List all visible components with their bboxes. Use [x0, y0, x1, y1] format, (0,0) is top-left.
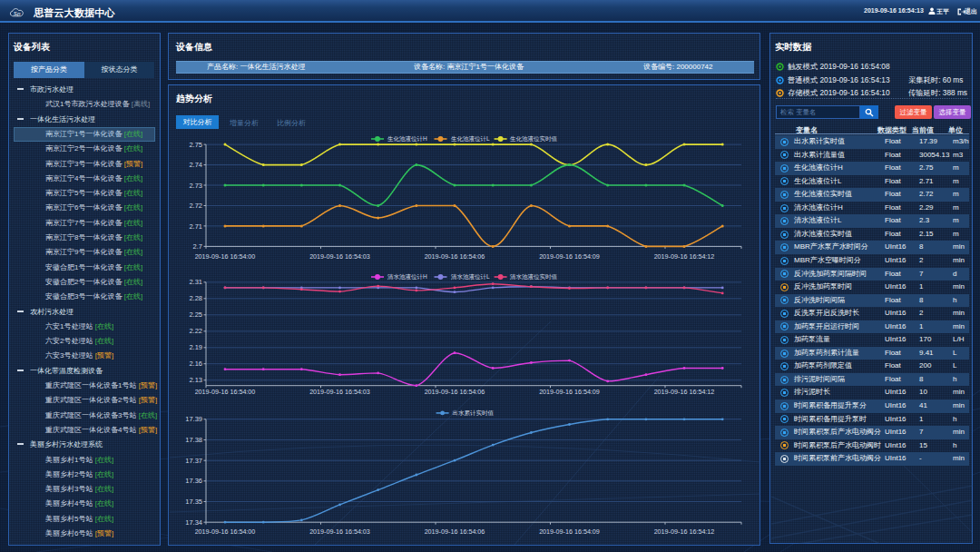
svg-text:2019-09-16 16:54:03: 2019-09-16 16:54:03	[309, 388, 370, 396]
svg-text:2.71: 2.71	[189, 222, 202, 231]
svg-text:2019-09-16 16:54:12: 2019-09-16 16:54:12	[654, 388, 715, 396]
svg-text:生化池液位计H: 生化池液位计H	[387, 135, 427, 143]
svg-text:清水池液位计L: 清水池液位计L	[451, 273, 490, 281]
svg-text:出水累计实时值: 出水累计实时值	[452, 409, 494, 416]
svg-text:2.19: 2.19	[189, 343, 202, 351]
svg-text:2.73: 2.73	[189, 182, 202, 190]
svg-text:2.7: 2.7	[193, 242, 202, 251]
svg-text:17.34: 17.34	[185, 518, 202, 527]
svg-text:2.72: 2.72	[189, 202, 202, 210]
svg-text:生化池液位计L: 生化池液位计L	[451, 135, 490, 143]
svg-text:2019-09-16 16:54:00: 2019-09-16 16:54:00	[195, 388, 256, 396]
svg-text:2.25: 2.25	[189, 310, 202, 319]
svg-text:2.22: 2.22	[189, 327, 202, 335]
svg-text:2.31: 2.31	[189, 278, 202, 286]
svg-text:2019-09-16 16:54:06: 2019-09-16 16:54:06	[425, 252, 485, 261]
svg-text:17.39: 17.39	[185, 415, 202, 423]
svg-text:2019-09-16 16:54:03: 2019-09-16 16:54:03	[309, 252, 370, 261]
svg-text:17.38: 17.38	[185, 436, 202, 444]
svg-text:清水池液位计H: 清水池液位计H	[387, 273, 427, 281]
svg-text:2019-09-16 16:54:00: 2019-09-16 16:54:00	[195, 252, 256, 261]
svg-text:生化池液位实时值: 生化池液位实时值	[510, 135, 558, 143]
svg-text:2.28: 2.28	[189, 294, 202, 302]
svg-text:17.37: 17.37	[185, 457, 202, 465]
svg-text:17.36: 17.36	[185, 477, 202, 485]
svg-text:2019-09-16 16:54:12: 2019-09-16 16:54:12	[654, 252, 715, 261]
svg-text:2.13: 2.13	[189, 376, 202, 384]
svg-text:2019-09-16 16:54:06: 2019-09-16 16:54:06	[425, 388, 485, 396]
svg-text:清水池液位实时值: 清水池液位实时值	[510, 273, 558, 281]
svg-text:Sp: Sp	[14, 9, 21, 15]
svg-text:2019-09-16 16:54:12: 2019-09-16 16:54:12	[654, 527, 715, 536]
svg-text:2019-09-16 16:54:09: 2019-09-16 16:54:09	[539, 388, 600, 396]
svg-text:2.75: 2.75	[189, 141, 202, 149]
svg-text:2.16: 2.16	[189, 360, 202, 368]
svg-text:2019-09-16 16:54:03: 2019-09-16 16:54:03	[309, 527, 370, 536]
svg-text:2019-09-16 16:54:00: 2019-09-16 16:54:00	[195, 527, 256, 536]
svg-text:17.35: 17.35	[185, 498, 202, 506]
svg-text:2.74: 2.74	[189, 161, 202, 169]
svg-text:2019-09-16 16:54:09: 2019-09-16 16:54:09	[539, 527, 600, 536]
svg-text:2019-09-16 16:54:09: 2019-09-16 16:54:09	[539, 252, 600, 261]
svg-text:2019-09-16 16:54:06: 2019-09-16 16:54:06	[425, 527, 485, 536]
